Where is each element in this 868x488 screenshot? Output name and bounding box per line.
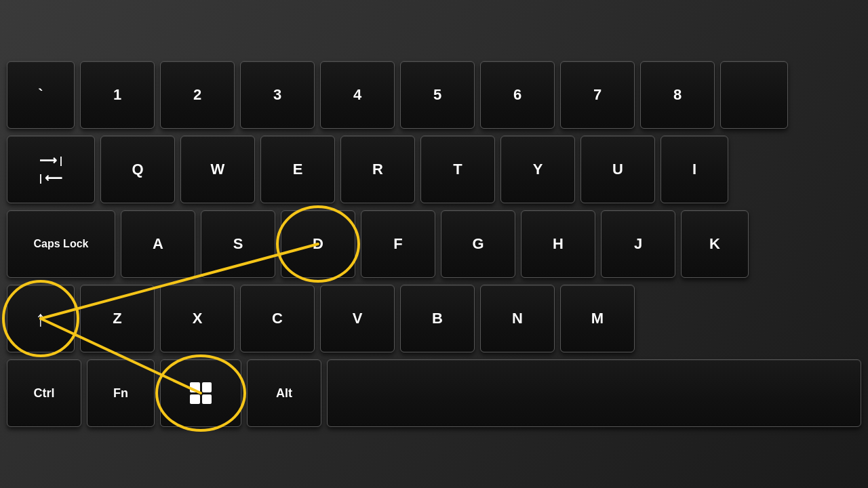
key-q[interactable]: Q: [100, 136, 175, 203]
key-2-label: 2: [193, 86, 201, 104]
key-k-label: K: [709, 235, 720, 253]
key-5[interactable]: 5: [400, 61, 475, 129]
key-n[interactable]: N: [480, 285, 555, 352]
key-g[interactable]: G: [441, 210, 515, 278]
key-5-label: 5: [433, 86, 441, 104]
key-u[interactable]: U: [580, 136, 655, 203]
key-ctrl[interactable]: Ctrl: [7, 359, 81, 427]
key-g-label: G: [472, 235, 484, 253]
keyboard-row-zxcv: ↑ Z X C V B N M: [7, 285, 635, 352]
key-alt-label: Alt: [276, 386, 292, 401]
key-h-label: H: [553, 235, 564, 253]
key-j-label: J: [634, 235, 642, 253]
key-f-label: F: [393, 235, 402, 253]
key-w[interactable]: W: [180, 136, 255, 203]
key-e-label: E: [293, 161, 303, 178]
key-x[interactable]: X: [160, 285, 235, 352]
key-6-label: 6: [513, 86, 521, 104]
tab-icon: ⟶ | | ⟵: [39, 153, 62, 186]
key-k-partial[interactable]: K: [681, 210, 749, 278]
key-v-label: V: [353, 310, 363, 327]
key-t[interactable]: T: [420, 136, 495, 203]
key-backtick[interactable]: `: [7, 61, 75, 129]
key-c[interactable]: C: [240, 285, 315, 352]
key-m[interactable]: M: [560, 285, 635, 352]
shift-arrow-icon: ↑: [35, 306, 46, 331]
key-f[interactable]: F: [361, 210, 435, 278]
key-8[interactable]: 8: [640, 61, 715, 129]
key-z[interactable]: Z: [80, 285, 155, 352]
key-m-label: M: [591, 310, 604, 327]
key-n-label: N: [512, 310, 523, 327]
keyboard-row-numbers: ` 1 2 3 4 5 6 7 8: [7, 61, 788, 129]
key-2[interactable]: 2: [160, 61, 235, 129]
key-fn[interactable]: Fn: [87, 359, 155, 427]
key-w-label: W: [211, 161, 225, 178]
keyboard-row-qwerty: ⟶ | | ⟵ Q W E R T Y U: [7, 136, 728, 203]
key-y[interactable]: Y: [500, 136, 575, 203]
key-caps-lock-label: Caps Lock: [34, 238, 89, 250]
key-r[interactable]: R: [340, 136, 415, 203]
key-v[interactable]: V: [320, 285, 395, 352]
keyboard-row-bottom: Ctrl Fn Alt: [7, 359, 861, 427]
key-6[interactable]: 6: [480, 61, 555, 129]
key-1-label: 1: [113, 86, 121, 104]
key-y-label: Y: [533, 161, 543, 178]
key-c-label: C: [272, 310, 283, 327]
key-3[interactable]: 3: [240, 61, 315, 129]
key-a-label: A: [153, 235, 163, 253]
key-tab[interactable]: ⟶ | | ⟵: [7, 136, 95, 203]
key-backtick-label: `: [38, 86, 43, 104]
key-t-label: T: [453, 161, 462, 178]
key-x-label: X: [193, 310, 203, 327]
key-s[interactable]: S: [201, 210, 275, 278]
key-s-label: S: [233, 235, 243, 253]
key-4[interactable]: 4: [320, 61, 395, 129]
key-8-label: 8: [673, 86, 682, 104]
key-windows[interactable]: [160, 359, 241, 427]
windows-icon: [190, 382, 212, 404]
key-e[interactable]: E: [260, 136, 335, 203]
key-alt[interactable]: Alt: [247, 359, 321, 427]
key-fn-label: Fn: [113, 386, 128, 401]
key-4-label: 4: [353, 86, 361, 104]
key-d-label: D: [313, 235, 323, 253]
keyboard-row-asdf: Caps Lock A S D F G H J K: [7, 210, 749, 278]
key-7[interactable]: 7: [560, 61, 635, 129]
key-i-label: I: [692, 161, 696, 178]
key-a[interactable]: A: [121, 210, 195, 278]
key-h[interactable]: H: [521, 210, 595, 278]
key-3-label: 3: [273, 86, 281, 104]
key-u-label: U: [612, 161, 623, 178]
key-7-label: 7: [593, 86, 601, 104]
key-d[interactable]: D: [281, 210, 355, 278]
key-partial-right: [720, 61, 788, 129]
key-q-label: Q: [132, 161, 143, 178]
key-ctrl-label: Ctrl: [34, 386, 55, 401]
key-1[interactable]: 1: [80, 61, 155, 129]
key-j[interactable]: J: [601, 210, 675, 278]
key-r-label: R: [372, 161, 383, 178]
key-space[interactable]: [327, 359, 861, 427]
key-b[interactable]: B: [400, 285, 475, 352]
key-caps-lock[interactable]: Caps Lock: [7, 210, 115, 278]
key-z-label: Z: [113, 310, 121, 327]
keyboard-background: ` 1 2 3 4 5 6 7 8 ⟶: [0, 0, 868, 488]
key-b-label: B: [432, 310, 443, 327]
key-i-partial[interactable]: I: [660, 136, 728, 203]
key-shift[interactable]: ↑: [7, 285, 75, 352]
